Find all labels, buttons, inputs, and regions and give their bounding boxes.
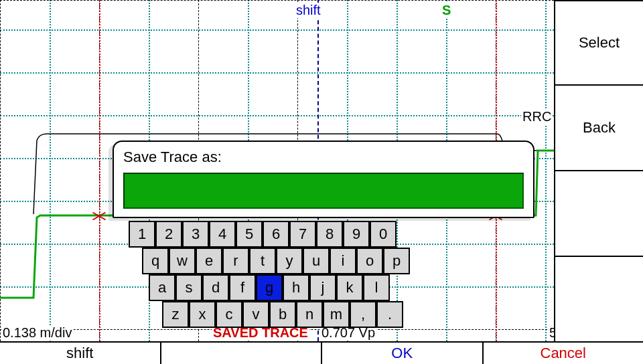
key-0[interactable]: 0	[370, 221, 397, 248]
key-x[interactable]: x	[189, 301, 216, 328]
key-o[interactable]: o	[356, 248, 383, 274]
mode-indicator-s: S	[441, 3, 452, 18]
key-j[interactable]: j	[309, 274, 336, 301]
key-4[interactable]: 4	[209, 221, 236, 248]
key-k[interactable]: k	[336, 274, 363, 301]
key-7[interactable]: 7	[289, 221, 316, 248]
trace-name-input[interactable]	[123, 173, 524, 209]
key-b[interactable]: b	[269, 301, 296, 328]
softkey-2[interactable]	[161, 343, 323, 364]
key-s[interactable]: s	[175, 274, 202, 301]
key-2[interactable]: 2	[155, 221, 182, 248]
x-scale-label: 0.138 m/div	[1, 325, 73, 341]
key-u[interactable]: u	[303, 248, 330, 274]
key-l[interactable]: l	[363, 274, 390, 301]
onscreen-keyboard: 1234567890 qwertyuiop asdfghjkl zxcvbnm,…	[129, 221, 410, 328]
oscilloscope-grid: shift S 0.138 m/div SAVED TRACE 0.707 Vp…	[0, 0, 554, 341]
softkey-ok[interactable]: OK	[322, 343, 484, 364]
key-8[interactable]: 8	[316, 221, 343, 248]
select-button[interactable]: Select	[554, 0, 643, 86]
save-trace-dialog: Save Trace as:	[113, 141, 534, 218]
bottom-softkey-bar: shift OK Cancel	[0, 341, 643, 364]
mode-indicator-shift: shift	[295, 3, 322, 18]
key-p[interactable]: p	[383, 248, 410, 274]
key-y[interactable]: y	[276, 248, 303, 274]
key-c[interactable]: c	[216, 301, 242, 328]
side-button-3[interactable]	[554, 171, 643, 257]
key-9[interactable]: 9	[343, 221, 370, 248]
key-r[interactable]: r	[222, 248, 249, 274]
key-q[interactable]: q	[142, 248, 169, 274]
key-n[interactable]: n	[296, 301, 323, 328]
cursor-a-marker-icon	[92, 209, 106, 223]
key-v[interactable]: v	[242, 301, 269, 328]
side-button-4[interactable]	[554, 257, 643, 343]
key-w[interactable]: w	[169, 248, 196, 274]
key-3[interactable]: 3	[182, 221, 209, 248]
side-button-panel: Select Back	[554, 0, 643, 341]
key-d[interactable]: d	[202, 274, 229, 301]
key-g[interactable]: g	[256, 274, 283, 301]
key-f[interactable]: f	[229, 274, 256, 301]
key-.[interactable]: .	[376, 301, 403, 328]
screen: shift S 0.138 m/div SAVED TRACE 0.707 Vp…	[0, 0, 643, 364]
key-5[interactable]: 5	[236, 221, 263, 248]
back-button[interactable]: Back	[554, 86, 643, 171]
key-z[interactable]: z	[162, 301, 189, 328]
key-,[interactable]: ,	[350, 301, 376, 328]
key-1[interactable]: 1	[129, 221, 155, 248]
key-e[interactable]: e	[196, 248, 222, 274]
softkey-cancel[interactable]: Cancel	[484, 343, 644, 364]
key-6[interactable]: 6	[263, 221, 289, 248]
key-t[interactable]: t	[249, 248, 276, 274]
rrc-label: RRC	[521, 109, 553, 124]
key-a[interactable]: a	[149, 274, 175, 301]
key-i[interactable]: i	[330, 248, 356, 274]
dialog-title: Save Trace as:	[123, 149, 524, 166]
softkey-shift[interactable]: shift	[0, 343, 161, 364]
key-h[interactable]: h	[283, 274, 309, 301]
key-m[interactable]: m	[323, 301, 350, 328]
